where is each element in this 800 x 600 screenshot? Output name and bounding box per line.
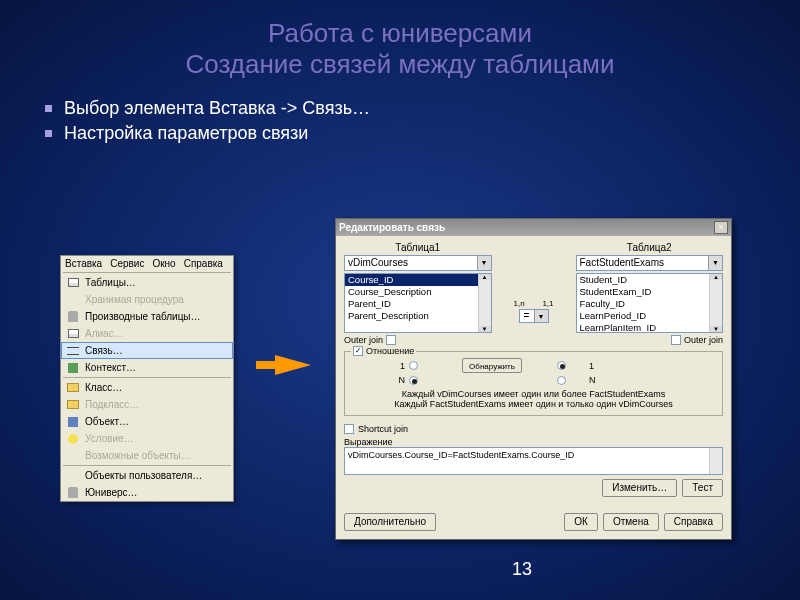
ok-button[interactable]: ОК <box>564 513 598 531</box>
cancel-button[interactable]: Отмена <box>603 513 659 531</box>
bullet-text: Выбор элемента Вставка -> Связь… <box>64 98 370 119</box>
arrow-icon <box>275 355 311 375</box>
menu-item-possible: Возможные объекты… <box>61 447 233 464</box>
outer-join-left-checkbox[interactable] <box>386 335 396 345</box>
menubar-help[interactable]: Справка <box>184 258 223 269</box>
menu-item-tables[interactable]: Таблицы… <box>61 274 233 291</box>
slide-title-2: Создание связей между таблицами <box>0 49 800 80</box>
menubar-window[interactable]: Окно <box>152 258 175 269</box>
bullet-icon <box>45 130 52 137</box>
scrollbar[interactable] <box>709 448 722 474</box>
list-item[interactable]: LearnPeriod_ID <box>577 310 723 322</box>
list-item[interactable]: Parent_Description <box>345 310 491 322</box>
scrollbar[interactable] <box>709 274 722 332</box>
chevron-down-icon[interactable]: ▼ <box>477 256 491 270</box>
table1-columns-list[interactable]: Course_ID Course_Description Parent_ID P… <box>344 273 492 333</box>
expression-label: Выражение <box>344 437 723 447</box>
list-item[interactable]: Course_Description <box>345 286 491 298</box>
chevron-down-icon: ▼ <box>534 310 548 322</box>
dialog-titlebar[interactable]: Редактировать связь × <box>336 219 731 236</box>
left-one-radio[interactable] <box>409 361 418 370</box>
menu-item-universe[interactable]: Юниверс… <box>61 484 233 501</box>
bullet-text: Настройка параметров связи <box>64 123 308 144</box>
help-button[interactable]: Справка <box>664 513 723 531</box>
condition-icon <box>68 434 78 444</box>
cardinality-group: Отношение 1 Обнаружить 1 N N Каждый vDim… <box>344 351 723 416</box>
list-item[interactable]: Student_ID <box>577 274 723 286</box>
menu-item-stored-proc: Хранимая процедура <box>61 291 233 308</box>
slide-title-1: Работа с юниверсами <box>0 18 800 49</box>
table2-columns-list[interactable]: Student_ID StudentExam_ID Faculty_ID Lea… <box>576 273 724 333</box>
outer-join-right-checkbox[interactable] <box>671 335 681 345</box>
table-icon <box>68 278 79 287</box>
right-many-radio[interactable] <box>557 376 566 385</box>
menu-item-condition: Условие… <box>61 430 233 447</box>
list-item[interactable]: Course_ID <box>345 274 491 286</box>
outer-join-right-label: Outer join <box>684 335 723 345</box>
operator-combo[interactable]: =▼ <box>519 309 549 323</box>
outer-join-left-label: Outer join <box>344 335 383 345</box>
object-icon <box>68 417 78 427</box>
shortcut-join-checkbox[interactable] <box>344 424 354 434</box>
table1-label: Таблица1 <box>344 242 492 253</box>
menu-item-class[interactable]: Класс… <box>61 379 233 396</box>
edit-button[interactable]: Изменить… <box>602 479 677 497</box>
list-item[interactable]: Faculty_ID <box>577 298 723 310</box>
derived-icon <box>68 311 78 322</box>
menu-bar: Вставка Сервис Окно Справка <box>61 256 233 271</box>
relation-text-1: Каждый vDimCourses имеет один или более … <box>351 389 716 399</box>
bullet-icon <box>45 105 52 112</box>
menu-item-link[interactable]: Связь… <box>61 342 233 359</box>
menu-item-user-objects[interactable]: Объекты пользователя… <box>61 467 233 484</box>
menubar-tools[interactable]: Сервис <box>110 258 144 269</box>
menu-item-alias: Алиас… <box>61 325 233 342</box>
bullet-list: Выбор элемента Вставка -> Связь… Настрой… <box>45 98 800 144</box>
shortcut-join-label: Shortcut join <box>358 424 408 434</box>
menubar-insert[interactable]: Вставка <box>65 258 102 269</box>
list-item[interactable]: Parent_ID <box>345 298 491 310</box>
more-button[interactable]: Дополнительно <box>344 513 436 531</box>
scrollbar[interactable] <box>478 274 491 332</box>
page-number: 13 <box>512 559 532 580</box>
menu-item-object[interactable]: Объект… <box>61 413 233 430</box>
dialog-title: Редактировать связь <box>339 222 445 233</box>
table2-combo[interactable]: FactStudentExams▼ <box>576 255 724 271</box>
alias-icon <box>68 329 79 338</box>
table2-label: Таблица2 <box>576 242 724 253</box>
relation-text-2: Каждый FactStudentExams имеет один и тол… <box>351 399 716 409</box>
relation-checkbox[interactable] <box>353 346 363 356</box>
left-many-radio[interactable] <box>409 376 418 385</box>
detect-button[interactable]: Обнаружить <box>462 358 522 373</box>
link-icon <box>67 347 79 355</box>
close-button[interactable]: × <box>714 221 728 234</box>
table1-combo[interactable]: vDimCourses▼ <box>344 255 492 271</box>
list-item[interactable]: StudentExam_ID <box>577 286 723 298</box>
list-item[interactable]: LearnPlanItem_ID <box>577 322 723 333</box>
menu-item-subclass: Подкласс… <box>61 396 233 413</box>
folder-icon <box>67 383 79 392</box>
context-icon <box>68 363 78 373</box>
menu-item-derived[interactable]: Производные таблицы… <box>61 308 233 325</box>
chevron-down-icon[interactable]: ▼ <box>708 256 722 270</box>
test-button[interactable]: Тест <box>682 479 723 497</box>
insert-menu-popup: Вставка Сервис Окно Справка Таблицы… Хра… <box>60 255 234 502</box>
folder-icon <box>67 400 79 409</box>
menu-item-context[interactable]: Контекст… <box>61 359 233 376</box>
universe-icon <box>68 487 78 498</box>
right-one-radio[interactable] <box>557 361 566 370</box>
expression-textarea[interactable]: vDimCourses.Course_ID=FactStudentExams.C… <box>344 447 723 475</box>
edit-link-dialog: Редактировать связь × Таблица1 vDimCours… <box>335 218 732 540</box>
